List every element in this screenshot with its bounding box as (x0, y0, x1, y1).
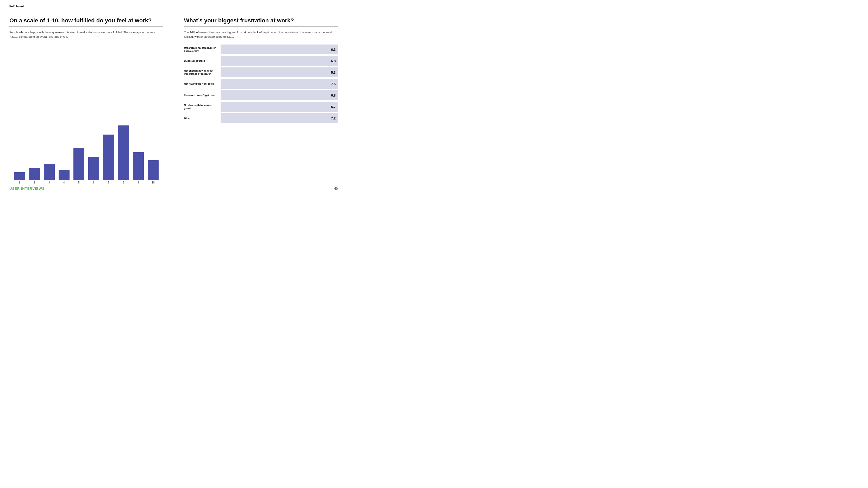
bar-x-label: 8 (116, 181, 131, 184)
footer: USER INTERVIEWS 60 (9, 187, 338, 191)
frustration-bar-container: 5.7 (221, 102, 338, 112)
bar-chart: 3.1%4.8%6.5%4.2%12.9%9.3%18.3%21.9%11.2%… (9, 118, 163, 180)
bar-x-label: 7 (101, 181, 116, 184)
bar-col: 12.9% (71, 145, 86, 180)
frustration-score: 6.8 (331, 93, 336, 97)
bar-label-top: 18.3% (105, 131, 112, 134)
frustration-row: No clear path for career growth5.7 (184, 102, 338, 112)
frustration-score: 6.3 (331, 47, 336, 52)
frustration-label: Other (184, 117, 218, 120)
frustration-label: Organizational structure or bureaucracy (184, 46, 218, 53)
bar-col: 4.2% (57, 167, 71, 180)
frustration-score: 6.8 (331, 59, 336, 63)
left-divider (9, 27, 163, 27)
bar-x-label: 2 (27, 181, 42, 184)
frustration-bar-container: 6.8 (221, 90, 338, 100)
bar-label-top: 7.9% (151, 157, 155, 160)
right-panel: What’s your biggest frustration at work?… (179, 9, 338, 184)
bar-x-label: 5 (71, 181, 86, 184)
bar-rect (118, 125, 129, 180)
bar-label-top: 21.9% (120, 122, 127, 125)
left-section-title: On a scale of 1-10, how fulfilled do you… (9, 17, 163, 24)
footer-page-number: 60 (334, 187, 338, 191)
bar-x-label: 10 (146, 181, 160, 184)
right-section-title: What’s your biggest frustration at work? (184, 17, 338, 24)
bar-rect (44, 164, 55, 180)
frustration-label: Research doesn’t get used (184, 94, 218, 97)
bar-x-label: 6 (86, 181, 101, 184)
main-content: On a scale of 1-10, how fulfilled do you… (9, 9, 338, 184)
frustration-score: 5.7 (331, 105, 336, 109)
frustration-row: Research doesn’t get used6.8 (184, 90, 338, 100)
right-description: The 14% of researchers say their biggest… (184, 30, 338, 39)
right-divider (184, 27, 338, 27)
bar-col: 6.5% (42, 161, 57, 180)
bar-label-top: 11.2% (135, 149, 142, 152)
bar-x-label: 1 (12, 181, 27, 184)
bar-col: 4.8% (27, 165, 42, 180)
frustration-label: Not enough buy-in about importance of re… (184, 69, 218, 76)
bar-rect (73, 148, 84, 180)
bar-label-top: 4.2% (61, 167, 66, 169)
bar-x-labels: 12345678910 (9, 180, 163, 184)
frustration-row: Other7.2 (184, 113, 338, 123)
bar-chart-container: 3.1%4.8%6.5%4.2%12.9%9.3%18.3%21.9%11.2%… (9, 42, 163, 184)
frustration-score: 7.5 (331, 82, 336, 86)
frustration-row: Not having the right tools7.5 (184, 79, 338, 89)
frustration-score: 7.2 (331, 116, 336, 120)
bar-col: 9.3% (86, 154, 101, 180)
frustration-row: Budget/resources6.8 (184, 56, 338, 66)
footer-brand: USER INTERVIEWS (9, 187, 44, 191)
bar-col: 3.1% (12, 169, 27, 180)
frustration-bar-container: 5.3 (221, 67, 338, 77)
bar-rect (148, 160, 159, 180)
bar-rect (29, 168, 40, 180)
bar-rect (88, 157, 99, 180)
frustration-bar-container: 7.5 (221, 79, 338, 89)
left-panel: On a scale of 1-10, how fulfilled do you… (9, 9, 168, 184)
bar-col: 7.9% (146, 157, 160, 180)
frustration-list: Organizational structure or bureaucracy6… (184, 44, 338, 123)
bar-col: 21.9% (116, 122, 131, 180)
frustration-bar-container: 6.8 (221, 56, 338, 66)
bar-rect (59, 170, 69, 180)
bar-col: 11.2% (131, 149, 146, 180)
bar-label-top: 6.5% (46, 161, 52, 163)
frustration-label: Not having the right tools (184, 82, 218, 85)
left-description: People who are happy with the way resear… (9, 30, 163, 39)
frustration-label: Budget/resources (184, 59, 218, 62)
frustration-bar-container: 7.2 (221, 113, 338, 123)
frustration-bar-container: 6.3 (221, 44, 338, 55)
bar-label-top: 9.3% (91, 154, 96, 156)
bar-x-label: 9 (131, 181, 146, 184)
page: Fulfillment On a scale of 1-10, how fulf… (0, 0, 347, 195)
bar-rect (14, 172, 25, 180)
bar-rect (103, 135, 114, 180)
frustration-score: 5.3 (331, 70, 336, 74)
bar-x-label: 3 (42, 181, 57, 184)
bar-x-label: 4 (57, 181, 71, 184)
frustration-row: Organizational structure or bureaucracy6… (184, 44, 338, 55)
frustration-row: Not enough buy-in about importance of re… (184, 67, 338, 77)
page-header-label: Fulfillment (9, 5, 338, 8)
bar-label-top: 12.9% (76, 145, 82, 147)
bar-rect (133, 152, 144, 180)
bar-label-top: 4.8% (32, 165, 37, 168)
frustration-label: No clear path for career growth (184, 104, 218, 110)
bar-col: 18.3% (101, 131, 116, 180)
bar-label-top: 3.1% (17, 169, 22, 172)
